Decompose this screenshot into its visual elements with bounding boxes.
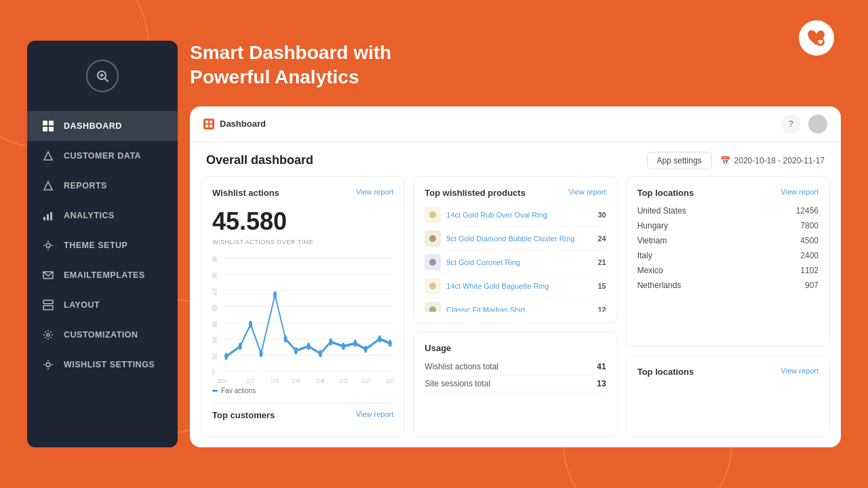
- svg-text:12-19: 12-19: [386, 377, 393, 383]
- svg-point-67: [429, 211, 436, 218]
- location-name: Mexico: [637, 266, 663, 275]
- sidebar-item-reports[interactable]: REPORTS: [27, 171, 178, 201]
- card-header: Dashboard ?: [190, 106, 841, 142]
- svg-rect-11: [43, 217, 45, 220]
- svg-text:12-04: 12-04: [292, 377, 300, 383]
- card-body: Overall dashboard App settings 📅 2020-10…: [190, 142, 841, 447]
- usage-panel: Usage Wishlist actions total 41 Site ses…: [413, 331, 617, 437]
- sidebar-item-customer-data[interactable]: CUSTOMER DATA: [27, 141, 178, 171]
- svg-text:48: 48: [212, 319, 217, 329]
- svg-point-49: [283, 335, 287, 342]
- dashboard-title: Overall dashboard: [206, 153, 313, 167]
- sidebar-item-theme-setup[interactable]: THEME SETUP: [27, 230, 178, 260]
- usage-title: Usage: [425, 343, 451, 353]
- wishlist-actions-header: Wishlist actions View report: [212, 188, 393, 198]
- sidebar-item-wishlist-settings[interactable]: WISHLIST SETTINGS: [27, 350, 178, 380]
- svg-rect-6: [49, 121, 54, 125]
- product-name[interactable]: Classic Fit Madras Shirt: [446, 306, 592, 312]
- top-wishlisted-view-report[interactable]: View report: [568, 188, 606, 196]
- sidebar-item-customization[interactable]: CUSTOMIZATION: [27, 320, 178, 350]
- search-icon[interactable]: [86, 60, 119, 92]
- location-count: 12456: [796, 206, 818, 216]
- wishlist-big-number: 45.580: [212, 207, 393, 236]
- svg-marker-10: [44, 182, 52, 190]
- product-item: 14ct White Gold Baguette Ring 15: [425, 274, 606, 298]
- card-title: Dashboard: [220, 119, 266, 129]
- location-count: 4500: [800, 236, 818, 245]
- product-name[interactable]: 14ct White Gold Baguette Ring: [446, 282, 592, 290]
- svg-rect-26: [205, 125, 208, 127]
- location-name: Vietnam: [637, 236, 667, 245]
- wishlist-actions-panel: Wishlist actions View report 45.580 WISH…: [201, 176, 405, 437]
- svg-point-50: [294, 347, 298, 354]
- usage-label: Wishlist actions total: [425, 362, 498, 371]
- svg-point-55: [353, 340, 357, 347]
- chart-area: 96 84 72 60 48 36 24 0: [212, 251, 393, 383]
- top-customers-title: Top customers: [212, 410, 275, 420]
- usage-value: 41: [597, 362, 606, 371]
- svg-point-56: [364, 346, 368, 353]
- sidebar-item-layout[interactable]: LAYOUT: [27, 290, 178, 320]
- sidebar: DASHBOARD CUSTOMER DATA REPORTS: [27, 41, 178, 447]
- sidebar-item-email-templates[interactable]: EMAILTEMPLATES: [27, 260, 178, 290]
- app-settings-button[interactable]: App settings: [647, 152, 712, 169]
- svg-rect-12: [47, 214, 49, 220]
- dashboard-card: Dashboard ? Overall dashboard App settin…: [190, 106, 841, 447]
- product-list: 14ct Gold Rub Over Oval Ring 30 9ct Gold…: [425, 203, 606, 312]
- help-button[interactable]: ?: [781, 115, 800, 134]
- svg-text:72: 72: [212, 287, 217, 296]
- svg-text:84: 84: [212, 270, 217, 280]
- product-name[interactable]: 9ct Gold Diamond Bubble Cluster Ring: [446, 235, 592, 243]
- svg-point-70: [429, 283, 436, 289]
- svg-point-23: [46, 363, 50, 367]
- product-name[interactable]: 14ct Gold Rub Over Oval Ring: [446, 211, 592, 219]
- product-item: 9ct Gold Diamond Bubble Cluster Ring 24: [425, 227, 606, 251]
- layout-icon: [42, 299, 54, 311]
- svg-point-69: [429, 259, 436, 266]
- usage-list: Wishlist actions total 41 Site sessions …: [425, 359, 606, 392]
- sidebar-nav: DASHBOARD CUSTOMER DATA REPORTS: [27, 106, 178, 447]
- dashboard-grid: Wishlist actions View report 45.580 WISH…: [190, 176, 841, 447]
- top-locations-header-1: Top locations View report: [637, 188, 818, 198]
- reports-icon: [42, 180, 54, 192]
- user-avatar[interactable]: [808, 115, 827, 134]
- sidebar-label-analytics: ANALYTICS: [64, 211, 115, 220]
- svg-point-51: [307, 342, 310, 350]
- wishlist-actions-view-report[interactable]: View report: [356, 188, 393, 196]
- top-locations-view-report-2[interactable]: View report: [781, 367, 818, 375]
- location-item: Mexico 1102: [637, 263, 818, 278]
- svg-text:36: 36: [212, 336, 217, 345]
- location-item: Hungary 7800: [637, 218, 818, 233]
- svg-point-68: [429, 235, 436, 242]
- location-name: Italy: [637, 251, 652, 260]
- product-name[interactable]: 9ct Gold Coronet Ring: [446, 258, 592, 266]
- sidebar-header: [27, 41, 178, 106]
- location-count: 1102: [800, 266, 818, 275]
- svg-point-57: [378, 335, 381, 342]
- card-title-area: Dashboard: [203, 119, 266, 129]
- location-item: United States 12456: [637, 203, 818, 218]
- main-content: Smart Dashboard with Powerful Analytics …: [190, 41, 841, 447]
- svg-point-71: [429, 306, 436, 312]
- usage-label: Site sessions total: [425, 379, 490, 388]
- svg-point-58: [389, 340, 392, 347]
- sidebar-item-analytics[interactable]: ANALYTICS: [27, 201, 178, 230]
- location-item: Italy 2400: [637, 248, 818, 263]
- usage-item: Site sessions total 13: [425, 375, 606, 392]
- sidebar-item-dashboard[interactable]: DASHBOARD: [27, 111, 178, 141]
- top-locations-view-report-1[interactable]: View report: [781, 188, 818, 196]
- location-name: United States: [637, 206, 686, 216]
- svg-text:12-13: 12-13: [339, 377, 347, 383]
- legend-label: Fav actions: [221, 387, 256, 394]
- sidebar-label-dashboard: DASHBOARD: [64, 121, 122, 131]
- toolbar-right: App settings 📅 2020-10-18 - 2020-11-17: [647, 152, 825, 169]
- product-count: 15: [597, 282, 606, 290]
- card-header-actions: ?: [781, 115, 827, 134]
- location-count: 2400: [800, 251, 818, 260]
- svg-text:12-17: 12-17: [361, 377, 370, 383]
- svg-point-47: [259, 350, 262, 357]
- top-customers-view-report[interactable]: View report: [356, 410, 393, 418]
- sidebar-label-customer-data: CUSTOMER DATA: [64, 151, 141, 161]
- location-name: Hungary: [637, 221, 668, 230]
- sidebar-label-reports: REPORTS: [64, 181, 107, 190]
